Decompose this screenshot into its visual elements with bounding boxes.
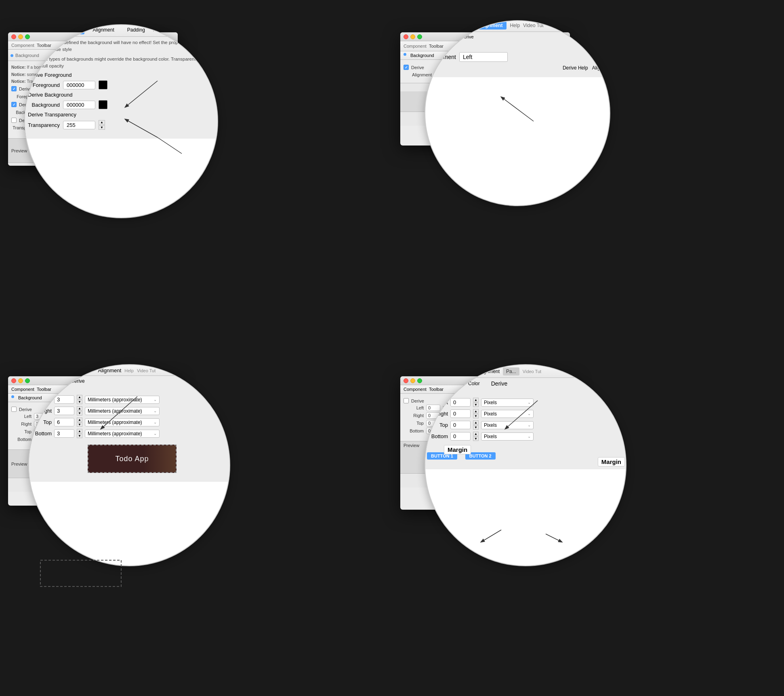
tab-help-zoom: Help [153, 27, 162, 32]
top-lbl-br: Top [404, 421, 424, 426]
left-input-bl-zoom[interactable]: 3 [54, 395, 74, 404]
left-lbl-bl: Left [11, 414, 32, 419]
tab-color-zoom[interactable]: Color [62, 25, 84, 34]
bar-bg-tr-zoom: Background [425, 23, 450, 28]
bar-align-active-tr-zoom[interactable]: Alignment [475, 21, 507, 30]
trans-down[interactable]: ▼ [99, 125, 105, 130]
dot-color-bl-zoom [72, 369, 76, 372]
color-sub-br-zoom: Color [468, 381, 480, 386]
bottom-down-bl[interactable]: ▼ [77, 434, 82, 438]
top-down-bl[interactable]: ▼ [77, 422, 82, 427]
derive-lbl-tr: Derive [411, 65, 424, 70]
preview-lbl-bl: Preview [11, 462, 27, 466]
sub-bg-tr-zoom: Background [426, 34, 450, 39]
tab-padding-br-zoom[interactable]: Pa... [503, 367, 519, 375]
trans-up[interactable]: ▲ [99, 120, 105, 125]
sub-bar-bl-zoom: Background Derive [28, 378, 230, 384]
bottom-unit-bl[interactable]: Millimeters (approximate) ⌄ [85, 430, 160, 438]
comp-label-tr: Component [404, 44, 427, 49]
comp-lbl-br: Component [404, 387, 427, 392]
right-down-bl[interactable]: ▼ [77, 411, 82, 415]
bottom-down-br[interactable]: ▼ [473, 437, 479, 441]
derive-cb-bl[interactable] [11, 407, 17, 412]
trans-zoom-input[interactable]: 255 [63, 121, 95, 129]
tab-video-br-zoom: Video Tut [523, 369, 541, 374]
derive-cb-tr[interactable] [404, 65, 409, 70]
bottom-unit-br-zoom[interactable]: Pixels ⌄ [481, 432, 534, 441]
left-unit-br-zoom[interactable]: Pixels ⌄ [481, 399, 534, 407]
top-input-br-zoom[interactable]: 0 [450, 421, 471, 429]
sub-bar-br-zoom: Background Color Derive [425, 380, 626, 387]
todo-preview: Todo App [88, 445, 177, 473]
left-up-br[interactable]: ▲ [473, 398, 479, 402]
derive-fg-checkbox[interactable] [11, 86, 17, 91]
dot-bg-tr [404, 53, 406, 56]
tab-bg-zoom[interactable]: Background [24, 25, 59, 34]
right-input-bl-zoom[interactable]: 3 [54, 407, 74, 415]
right-unit-br-zoom[interactable]: Pixels ⌄ [481, 410, 534, 418]
bottom-input-bl-zoom[interactable]: 3 [54, 429, 74, 438]
right-up-bl[interactable]: ▲ [77, 406, 82, 411]
derive-trans-checkbox[interactable] [11, 118, 17, 123]
derive-sub-bl-zoom: Derive [71, 378, 85, 384]
right-lbl-br: Right [404, 413, 424, 418]
derive-trans-zoom-cb[interactable] [24, 112, 25, 117]
right-down-br[interactable]: ▼ [473, 414, 479, 418]
right-unit-bl[interactable]: Millimeters (approximate) ⌄ [85, 407, 160, 415]
bottom-input-br-zoom[interactable]: 0 [450, 432, 471, 441]
tab-video-bl-zoom: Video Tut [137, 368, 156, 373]
right-up-br[interactable]: ▲ [473, 409, 479, 413]
left-down-br[interactable]: ▼ [473, 403, 479, 407]
derive-big-lbl-tr: Derive [429, 42, 445, 49]
fg-zoom-input[interactable]: 000000 [63, 81, 95, 89]
bottom-up-bl[interactable]: ▲ [77, 429, 82, 433]
left-input-br-zoom[interactable]: 0 [450, 398, 471, 407]
top-up-br[interactable]: ▲ [473, 420, 479, 425]
top-unit-br-zoom[interactable]: Pixels ⌄ [481, 421, 534, 429]
dot-bg-bl-zoom [32, 369, 35, 372]
bottom-up-br[interactable]: ▲ [473, 432, 479, 436]
right-row-bl-zoom: Right 3 ▲ ▼ Millimeters (approximate) ⌄ [28, 406, 230, 415]
derive-trans-zoom-row: Derive Transparency [24, 112, 218, 118]
derive-bg-checkbox[interactable] [11, 102, 17, 107]
bg-zoom-input[interactable]: 000000 [63, 101, 95, 109]
bg-zoom-swatch[interactable] [99, 100, 107, 109]
bar-video-tr-zoom: Video Tut [523, 23, 543, 28]
derive-cb-bl-zoom[interactable] [28, 387, 33, 392]
right-input-br-zoom[interactable]: 0 [450, 409, 471, 418]
align-big-row-tr: Alignment Left [425, 52, 610, 62]
bg-sub-br-zoom: Background [430, 381, 456, 386]
top-input-bl-zoom[interactable]: 6 [54, 418, 74, 426]
left-row-bl-zoom: Left 3 ▲ ▼ Millimeters (approximate) ⌄ [28, 395, 230, 404]
left-row-br-zoom: Left 0 ▲ ▼ Pixels ⌄ [425, 398, 626, 407]
right-lbl-br-zoom: Right [425, 411, 448, 417]
left-up-bl[interactable]: ▲ [77, 395, 82, 399]
left-lbl-br: Left [404, 405, 424, 410]
align-big-input-tr[interactable]: Left [459, 52, 508, 62]
notice-zoom-2: Notice: some types of backgrounds might … [24, 56, 218, 70]
tab-align-zoom[interactable]: Alignment [88, 25, 119, 34]
derive-cb-br[interactable] [404, 398, 409, 403]
derive-sub-br-zoom: Derive [491, 380, 507, 387]
bottom-lbl-br-zoom: Bottom [425, 433, 448, 439]
fg-zoom-label: Foreground [24, 82, 60, 88]
left-down-bl[interactable]: ▼ [77, 400, 82, 404]
fg-zoom-swatch[interactable] [99, 80, 107, 89]
derive-row-br-zoom: Derive [425, 389, 626, 395]
quadrant-bottom-right: Toolbar Component Toolbar Background Col… [392, 348, 784, 696]
derive-fg-zoom-row: Derive Foreground [24, 72, 218, 78]
top-up-bl[interactable]: ▲ [77, 418, 82, 422]
derive-lbl-br-zoom: Derive [433, 389, 448, 395]
top-lbl-br-zoom: Top [425, 422, 448, 428]
left-unit-bl[interactable]: Millimeters (approximate) ⌄ [85, 396, 160, 404]
derive-lbl-bl-zoom: Derive [36, 386, 52, 392]
derive-fg-zoom-lbl: Derive Foreground [28, 72, 71, 78]
tab-align-bl-zoom: Alignment [98, 367, 121, 373]
margin-preview-area: Margin Margin BUTTON 1 BUTTON 2 [425, 449, 626, 463]
top-down-br[interactable]: ▼ [473, 425, 479, 430]
trans-zoom-row: Transparency 255 ▲ ▼ [24, 120, 218, 130]
tab-pad-zoom[interactable]: Padding [122, 25, 150, 34]
top-lbl-bl: Top [11, 429, 32, 434]
top-unit-bl[interactable]: Millimeters (approximate) ⌄ [85, 418, 160, 426]
derive-cb-br-zoom[interactable] [425, 390, 429, 395]
